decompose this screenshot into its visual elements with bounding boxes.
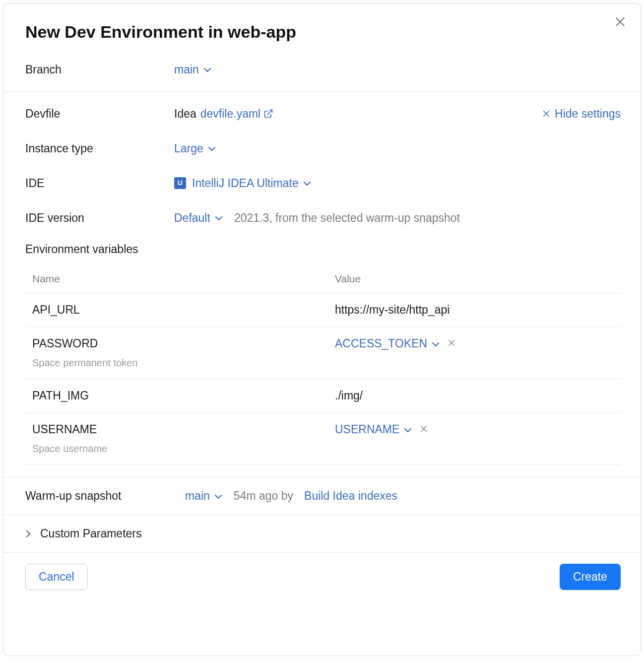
env-vars-table: Name Value API_URLhttps://my-site/http_a… [25,266,621,465]
custom-params-toggle[interactable]: Custom Parameters [25,527,621,540]
new-dev-env-dialog: New Dev Environment in web-app Branch ma… [3,3,641,656]
snapshot-branch-dropdown[interactable]: main [185,489,223,503]
dialog-title: New Dev Environment in web-app [25,22,621,42]
env-vars-heading: Environment variables [25,243,621,256]
devfile-label: Devfile [25,107,174,121]
env-row: USERNAMESpace usernameUSERNAME [25,413,621,465]
devfile-link[interactable]: devfile.yaml [200,107,273,121]
ide-version-dropdown[interactable]: Default [174,211,223,225]
external-link-icon [263,109,273,119]
snapshot-branch: main [185,489,210,503]
instance-type-dropdown[interactable]: Large [174,142,216,155]
devfile-filename: devfile.yaml [200,107,260,121]
devfile-prefix: Idea [174,107,196,121]
ide-version-label: IDE version [25,211,174,225]
chevron-down-icon [303,180,312,186]
settings-section: Devfile Idea devfile.yaml Hide settings [3,91,641,477]
header-section: New Dev Environment in web-app Branch ma… [3,3,641,91]
intellij-icon: IJ [174,177,186,189]
env-var-value: ./img/ [335,389,363,402]
ide-dropdown[interactable]: IJ IntelliJ IDEA Ultimate [174,177,312,190]
env-row: PATH_IMG./img/ [25,379,621,413]
env-var-subtext: Space permanent token [32,357,335,369]
env-row: PASSWORDSpace permanent tokenACCESS_TOKE… [25,327,621,379]
env-var-value-dropdown[interactable]: USERNAME [335,423,412,436]
env-var-subtext: Space username [32,443,335,455]
env-row: API_URLhttps://my-site/http_api [25,293,621,327]
dialog-footer: Cancel Create [3,552,641,603]
env-var-value-dropdown[interactable]: ACCESS_TOKEN [335,337,440,350]
ide-value: IntelliJ IDEA Ultimate [192,177,299,190]
custom-params-section: Custom Parameters [3,515,641,552]
env-var-name: USERNAME [32,423,335,436]
env-var-value: USERNAME [335,423,399,436]
ide-label: IDE [25,177,174,190]
create-button[interactable]: Create [560,564,621,590]
env-var-value: ACCESS_TOKEN [335,337,427,350]
branch-label: Branch [25,63,174,76]
snapshot-meta: 54m ago by [234,489,293,503]
env-col-name: Name [32,273,335,285]
env-var-value: https://my-site/http_api [335,303,450,317]
env-var-name: PASSWORD [32,337,335,350]
chevron-down-icon [214,215,223,221]
remove-icon[interactable] [447,338,456,349]
close-icon[interactable] [614,15,627,31]
env-var-name: API_URL [32,303,335,317]
chevron-down-icon [203,66,212,72]
chevron-right-icon [25,529,31,538]
close-icon [542,109,551,118]
instance-type-label: Instance type [25,142,174,155]
snapshot-label: Warm-up snapshot [25,489,174,503]
chevron-down-icon [207,145,216,151]
chevron-down-icon [403,427,412,433]
ide-version-value: Default [174,211,210,225]
chevron-down-icon [431,341,440,347]
instance-type-value: Large [174,142,203,155]
hide-settings-button[interactable]: Hide settings [542,107,621,121]
ide-version-hint: 2021.3, from the selected warm-up snapsh… [234,211,460,225]
chevron-down-icon [214,493,223,499]
branch-dropdown[interactable]: main [174,63,212,76]
branch-value: main [174,63,199,76]
cancel-button[interactable]: Cancel [25,564,88,590]
svg-line-0 [268,110,272,115]
hide-settings-label: Hide settings [555,107,621,121]
snapshot-section: Warm-up snapshot main 54m ago by Build I… [3,477,641,515]
snapshot-job-link[interactable]: Build Idea indexes [304,489,397,503]
env-var-name: PATH_IMG [32,389,335,402]
remove-icon[interactable] [419,424,428,435]
custom-params-label: Custom Parameters [40,527,142,540]
env-col-value: Value [335,273,621,285]
